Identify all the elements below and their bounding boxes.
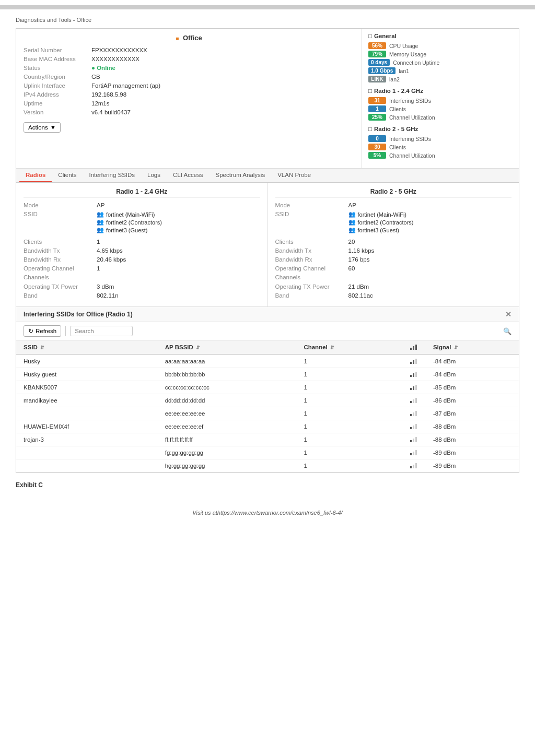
cell-ssid bbox=[16, 446, 158, 459]
sort-signal-icon: ⇵ bbox=[454, 345, 458, 350]
tab-interfering-ssids[interactable]: Interfering SSIDs bbox=[83, 169, 142, 182]
mode-label-2: Mode bbox=[275, 202, 348, 208]
bw-rx-value-2: 176 bps bbox=[348, 256, 370, 263]
tab-cli-access[interactable]: CLI Access bbox=[167, 169, 210, 182]
bw-tx-value-1: 4.65 kbps bbox=[97, 247, 123, 254]
radio2-col: Radio 2 - 5 GHz Mode AP SSID 👥 fortinet … bbox=[268, 183, 519, 306]
band-value-2: 802.11ac bbox=[348, 292, 373, 299]
close-button[interactable]: ✕ bbox=[505, 310, 511, 318]
svg-rect-22 bbox=[413, 439, 414, 442]
cell-bars bbox=[403, 446, 426, 459]
search-icon[interactable]: 🔍 bbox=[503, 327, 511, 335]
tab-spectrum-analysis[interactable]: Spectrum Analysis bbox=[210, 169, 272, 182]
refresh-button[interactable]: ↻ Refresh bbox=[24, 325, 61, 337]
table-row: hg:gg:gg:gg:gg 1 -89 dBm bbox=[16, 459, 519, 473]
sort-bssid-icon: ⇵ bbox=[196, 345, 200, 350]
svg-rect-3 bbox=[410, 362, 412, 364]
mode-value-2: AP bbox=[348, 202, 356, 208]
radio2-col-header: Radio 2 - 5 GHz bbox=[275, 188, 512, 198]
interfering-section-header: Interfering SSIDs for Office (Radio 1) ✕ bbox=[16, 307, 519, 322]
interfering-table: SSID ⇵ AP BSSID ⇵ Channel ⇵ Signal ⇵ Hus… bbox=[16, 340, 519, 473]
cell-bars bbox=[403, 420, 426, 433]
cell-ssid: HUAWEI-EMIX4f bbox=[16, 420, 158, 433]
cell-bssid: hg:gg:gg:gg:gg bbox=[158, 459, 297, 473]
svg-rect-5 bbox=[415, 359, 417, 364]
col-signal[interactable]: Signal ⇵ bbox=[426, 340, 519, 355]
serial-value: FPXXXXXXXXXXXX bbox=[91, 47, 147, 53]
cell-channel: 1 bbox=[296, 407, 403, 420]
svg-rect-4 bbox=[413, 360, 414, 364]
ssid-icon-2b: 👥 bbox=[348, 219, 356, 226]
cell-ssid: Husky bbox=[16, 355, 158, 368]
svg-rect-27 bbox=[410, 466, 412, 468]
svg-rect-20 bbox=[415, 424, 417, 429]
cell-bssid: ee:ee:ee:ee:ee bbox=[158, 407, 297, 420]
exhibit-label: Exhibit C bbox=[0, 476, 535, 494]
r2-interfering-badge: 0 bbox=[368, 135, 386, 142]
chevron-down-icon: ▼ bbox=[50, 124, 56, 131]
col-channel[interactable]: Channel ⇵ bbox=[296, 340, 403, 355]
channels-label-1: Channels bbox=[24, 274, 97, 280]
search-input[interactable] bbox=[70, 326, 133, 336]
sort-ssid-icon: ⇵ bbox=[40, 345, 44, 350]
bw-tx-label-1: Bandwidth Tx bbox=[24, 247, 97, 254]
io2-badge: LINK bbox=[368, 76, 386, 82]
ssid-icon-2c: 👥 bbox=[348, 227, 356, 233]
cell-ssid: trojan-3 bbox=[16, 433, 158, 446]
svg-rect-19 bbox=[413, 426, 414, 429]
radio2-section: □ Radio 2 - 5 GHz 0 Interfering SSIDs 30… bbox=[368, 126, 513, 159]
svg-rect-24 bbox=[410, 453, 412, 455]
signal-col-icon bbox=[410, 344, 418, 350]
tab-radios[interactable]: Radios bbox=[19, 169, 52, 182]
col-ssid[interactable]: SSID ⇵ bbox=[16, 340, 158, 355]
r2-clients-label: Clients bbox=[389, 144, 406, 150]
op-ch-label-1: Operating Channel bbox=[24, 265, 97, 271]
table-row: Husky guest bb:bb:bb:bb:bb 1 -84 dBm bbox=[16, 368, 519, 381]
general-icon: □ bbox=[368, 33, 372, 39]
mac-value: XXXXXXXXXXXX bbox=[91, 56, 139, 62]
refresh-icon: ↻ bbox=[28, 327, 33, 335]
mem-badge: 79% bbox=[368, 51, 386, 57]
cell-channel: 1 bbox=[296, 446, 403, 459]
tx-power-value-2: 21 dBm bbox=[348, 284, 369, 290]
table-row: mandikaylee dd:dd:dd:dd:dd 1 -86 dBm bbox=[16, 394, 519, 407]
table-row: KBANK5007 cc:cc:cc:cc:cc:cc 1 -85 dBm bbox=[16, 381, 519, 394]
svg-rect-7 bbox=[413, 373, 414, 377]
table-row: HUAWEI-EMIX4f ee:ee:ee:ee:ef 1 -88 dBm bbox=[16, 420, 519, 433]
channels-label-2: Channels bbox=[275, 274, 348, 280]
ssid-list-2: 👥 fortinet (Main-WiFi) 👥 fortinet2 (Cont… bbox=[348, 211, 414, 234]
ipv4-value: 192.168.5.98 bbox=[91, 91, 126, 98]
cell-signal: -85 dBm bbox=[426, 381, 519, 394]
cell-channel: 1 bbox=[296, 381, 403, 394]
tx-power-value-1: 3 dBm bbox=[97, 284, 114, 290]
cell-channel: 1 bbox=[296, 355, 403, 368]
svg-rect-29 bbox=[415, 463, 417, 468]
ssid-list-1: 👥 fortinet (Main-WiFi) 👥 fortinet2 (Cont… bbox=[97, 211, 162, 234]
svg-rect-15 bbox=[410, 414, 412, 416]
svg-rect-18 bbox=[410, 427, 412, 429]
actions-button[interactable]: Actions ▼ bbox=[24, 122, 61, 133]
r1-interfering-badge: 31 bbox=[368, 97, 386, 104]
mode-label-1: Mode bbox=[24, 202, 97, 208]
tab-logs[interactable]: Logs bbox=[141, 169, 167, 182]
cell-signal: -88 dBm bbox=[426, 433, 519, 446]
bw-rx-value-1: 20.46 kbps bbox=[97, 256, 126, 263]
cell-channel: 1 bbox=[296, 394, 403, 407]
tab-vlan-probe[interactable]: VLAN Probe bbox=[271, 169, 317, 182]
col-bssid[interactable]: AP BSSID ⇵ bbox=[158, 340, 297, 355]
cell-bars bbox=[403, 381, 426, 394]
svg-rect-10 bbox=[413, 386, 414, 390]
uptime-value: 12m1s bbox=[91, 100, 110, 107]
mem-label: Memory Usage bbox=[389, 51, 426, 57]
cell-signal: -88 dBm bbox=[426, 420, 519, 433]
cell-bssid: cc:cc:cc:cc:cc:cc bbox=[158, 381, 297, 394]
clients-value-2: 20 bbox=[348, 239, 355, 245]
cell-channel: 1 bbox=[296, 433, 403, 446]
cell-bars bbox=[403, 355, 426, 368]
table-row: ee:ee:ee:ee:ee 1 -87 dBm bbox=[16, 407, 519, 420]
device-icon: ■ bbox=[176, 36, 179, 41]
tab-clients[interactable]: Clients bbox=[52, 169, 83, 182]
svg-rect-1 bbox=[413, 346, 414, 350]
tx-power-label-1: Operating TX Power bbox=[24, 284, 97, 290]
cell-signal: -89 dBm bbox=[426, 446, 519, 459]
